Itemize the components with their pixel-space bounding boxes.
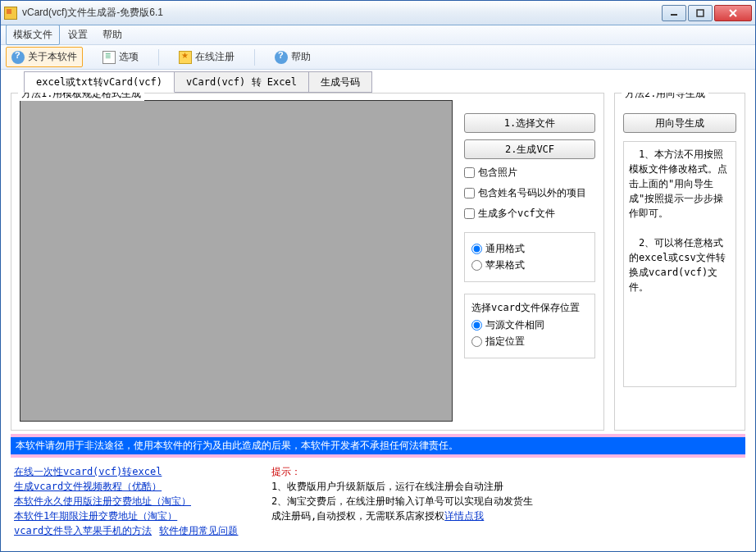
preview-area [20, 100, 453, 422]
format-group: 通用格式 苹果格式 [464, 232, 595, 282]
radio-save-specify[interactable]: 指定位置 [471, 335, 588, 349]
link-detail[interactable]: 详情点我 [444, 510, 484, 522]
tab-strip: excel或txt转vCard(vcf) vCard(vcf) 转 Excel … [1, 71, 755, 93]
save-location-group: 选择vcard文件保存位置 与源文件相同 指定位置 [464, 294, 595, 358]
wizard-generate-button[interactable]: 用向导生成 [623, 113, 736, 133]
tab-vcard-to-excel[interactable]: vCard(vcf) 转 Excel [174, 71, 309, 93]
footer-hints: 提示： 1、收费版用户升级新版后，运行在线注册会自动注册 2、淘宝交费后，在线注… [271, 464, 534, 538]
check-include-extra[interactable]: 包含姓名号码以外的项目 [464, 186, 595, 200]
toolbar-sep [158, 49, 159, 66]
menu-settings[interactable]: 设置 [61, 25, 94, 44]
about-icon [11, 51, 25, 64]
footer: 在线一次性vcard(vcf)转excel 生成vcard文件视频教程（优酷） … [11, 458, 745, 545]
link-1year-register[interactable]: 本软件1年期限注册交费地址（淘宝） [14, 509, 252, 523]
toolbar: 关于本软件 选项 在线注册 帮助 [1, 45, 755, 70]
footer-links: 在线一次性vcard(vcf)转excel 生成vcard文件视频教程（优酷） … [14, 464, 252, 538]
main-row: 方法1:用模板规定格式生成 1.选择文件 2.生成VCF 包含照片 包含姓名号码… [11, 93, 745, 431]
check-multiple-vcf[interactable]: 生成多个vcf文件 [464, 207, 595, 221]
window-title: vCard(vcf)文件生成器-免费版6.1 [22, 6, 662, 20]
hints-title: 提示： [271, 466, 301, 477]
link-perm-register[interactable]: 本软件永久使用版注册交费地址（淘宝） [14, 494, 252, 509]
svg-rect-1 [697, 10, 704, 16]
register-icon [179, 51, 192, 64]
tab-excel-to-vcard[interactable]: excel或txt转vCard(vcf) [24, 71, 175, 93]
notice-banner: 本软件请勿用于非法途径，使用本软件的行为及由此造成的后果，本软件开发者不承担任何… [11, 434, 745, 458]
toolbar-sep [254, 49, 255, 66]
options-icon [102, 51, 116, 64]
maximize-button[interactable] [688, 5, 713, 21]
method1-legend: 方法1:用模板规定格式生成 [18, 93, 144, 101]
titlebar: vCard(vcf)文件生成器-免费版6.1 [1, 1, 755, 25]
radio-save-same[interactable]: 与源文件相同 [471, 318, 588, 332]
toolbar-help[interactable]: 帮助 [270, 48, 316, 66]
radio-format-apple[interactable]: 苹果格式 [471, 258, 588, 272]
menu-template[interactable]: 模板文件 [6, 25, 60, 45]
method1-controls: 1.选择文件 2.生成VCF 包含照片 包含姓名号码以外的项目 生成多个vcf文… [464, 100, 595, 422]
method2-description: 1、本方法不用按照模板文件修改格式。点击上面的"用向导生成"按照提示一步步操作即… [623, 141, 736, 387]
link-import-apple[interactable]: vcard文件导入苹果手机的方法 [14, 525, 152, 536]
method2-group: 方法2:用向导生成 用向导生成 1、本方法不用按照模板文件修改格式。点击上面的"… [614, 93, 745, 431]
minimize-button[interactable] [662, 5, 686, 21]
toolbar-options[interactable]: 选项 [98, 48, 143, 66]
close-button[interactable] [714, 5, 752, 21]
save-location-label: 选择vcard文件保存位置 [471, 301, 588, 315]
check-include-photo[interactable]: 包含照片 [464, 166, 595, 180]
hint-2: 2、淘宝交费后，在线注册时输入订单号可以实现自动发货生成注册码,自动授权，无需联… [271, 495, 533, 522]
toolbar-register[interactable]: 在线注册 [174, 48, 239, 66]
link-online-convert[interactable]: 在线一次性vcard(vcf)转excel [14, 464, 252, 479]
method1-group: 方法1:用模板规定格式生成 1.选择文件 2.生成VCF 包含照片 包含姓名号码… [11, 93, 604, 431]
tab-generate-number[interactable]: 生成号码 [308, 71, 372, 93]
generate-vcf-button[interactable]: 2.生成VCF [464, 139, 595, 159]
help-icon [275, 51, 288, 64]
menu-help[interactable]: 帮助 [96, 25, 129, 44]
radio-format-common[interactable]: 通用格式 [471, 242, 588, 256]
window-buttons [662, 5, 752, 21]
link-faq[interactable]: 软件使用常见问题 [159, 525, 238, 536]
hint-1: 1、收费版用户升级新版后，运行在线注册会自动注册 [271, 481, 503, 492]
content: 方法1:用模板规定格式生成 1.选择文件 2.生成VCF 包含照片 包含姓名号码… [1, 93, 755, 551]
method2-legend: 方法2:用向导生成 [622, 93, 708, 101]
link-video-tutorial[interactable]: 生成vcard文件视频教程（优酷） [14, 479, 252, 494]
app-icon [4, 7, 17, 20]
notice-text: 本软件请勿用于非法途径，使用本软件的行为及由此造成的后果，本软件开发者不承担任何… [11, 437, 745, 454]
menubar: 模板文件 设置 帮助 [1, 25, 755, 45]
toolbar-about[interactable]: 关于本软件 [6, 47, 83, 67]
select-file-button[interactable]: 1.选择文件 [464, 113, 595, 133]
app-window: vCard(vcf)文件生成器-免费版6.1 模板文件 设置 帮助 关于本软件 … [0, 0, 756, 552]
